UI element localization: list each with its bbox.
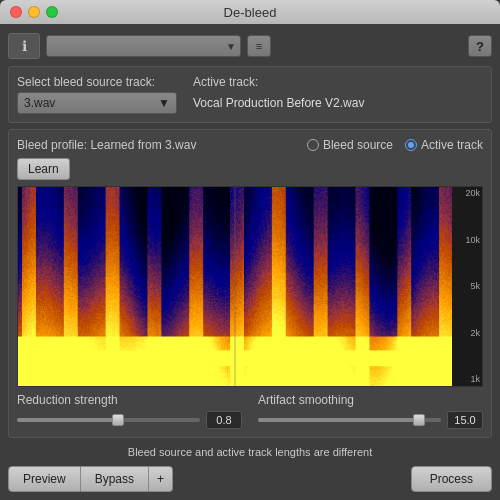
plugin-icon-button[interactable]: ℹ [8, 33, 40, 59]
dropdown-arrow-icon: ▼ [158, 96, 170, 110]
preset-dropdown[interactable]: ▼ [46, 35, 241, 57]
learn-row: Learn [17, 158, 483, 180]
artifact-smoothing-group: Artifact smoothing 15.0 [258, 393, 483, 429]
radio-circle-active [405, 139, 417, 151]
plugin-icon: ℹ [22, 38, 27, 54]
bottom-buttons-row: Preview Bypass + Process [8, 466, 492, 492]
reduction-strength-thumb[interactable] [112, 414, 124, 426]
freq-10k: 10k [456, 236, 480, 245]
reduction-strength-control: 0.8 [17, 411, 242, 429]
radio-group: Bleed source Active track [307, 138, 483, 152]
track-selection-panel: Select bleed source track: 3.wav ▼ Activ… [8, 66, 492, 123]
source-track-value: 3.wav [24, 96, 55, 110]
artifact-smoothing-thumb[interactable] [413, 414, 425, 426]
profile-header-row: Bleed profile: Learned from 3.wav Bleed … [17, 138, 483, 152]
bleed-source-group: Select bleed source track: 3.wav ▼ [17, 75, 177, 114]
bleed-source-label: Select bleed source track: [17, 75, 177, 89]
active-track-name: Vocal Production Before V2.wav [193, 92, 364, 110]
artifact-smoothing-track[interactable] [258, 418, 441, 422]
chevron-down-icon: ▼ [226, 41, 236, 52]
maximize-button[interactable] [46, 6, 58, 18]
freq-2k: 2k [456, 329, 480, 338]
reduction-strength-track[interactable] [17, 418, 200, 422]
radio-bleed-source[interactable]: Bleed source [307, 138, 393, 152]
active-track-label: Active track: [193, 75, 364, 89]
reduction-strength-value[interactable]: 0.8 [206, 411, 242, 429]
spectrogram-canvas [18, 187, 452, 386]
track-select-row: Select bleed source track: 3.wav ▼ Activ… [17, 75, 483, 114]
bypass-button[interactable]: Bypass [81, 466, 149, 492]
window-title: De-bleed [224, 5, 277, 20]
status-bar: Bleed source and active track lengths ar… [8, 444, 492, 460]
radio-active-track[interactable]: Active track [405, 138, 483, 152]
title-bar-buttons [10, 6, 58, 18]
preview-button[interactable]: Preview [8, 466, 81, 492]
process-button[interactable]: Process [411, 466, 492, 492]
toolbar-row: ℹ ▼ ≡ ? [8, 32, 492, 60]
sliders-row: Reduction strength 0.8 Artifact smoothin… [17, 393, 483, 429]
radio-active-label: Active track [421, 138, 483, 152]
main-container: ℹ ▼ ≡ ? Select bleed source track: 3.wav… [0, 24, 500, 500]
freq-5k: 5k [456, 282, 480, 291]
artifact-smoothing-fill [258, 418, 419, 422]
source-track-dropdown[interactable]: 3.wav ▼ [17, 92, 177, 114]
spectrogram-container: 20k 10k 5k 2k 1k [17, 186, 483, 387]
artifact-smoothing-label: Artifact smoothing [258, 393, 483, 407]
reduction-strength-group: Reduction strength 0.8 [17, 393, 242, 429]
minimize-button[interactable] [28, 6, 40, 18]
title-bar: De-bleed [0, 0, 500, 24]
freq-20k: 20k [456, 189, 480, 198]
reduction-strength-label: Reduction strength [17, 393, 242, 407]
freq-1k: 1k [456, 375, 480, 384]
add-button[interactable]: + [149, 466, 173, 492]
menu-button[interactable]: ≡ [247, 35, 271, 57]
help-button[interactable]: ? [468, 35, 492, 57]
artifact-smoothing-control: 15.0 [258, 411, 483, 429]
bleed-profile-panel: Bleed profile: Learned from 3.wav Bleed … [8, 129, 492, 438]
learn-button[interactable]: Learn [17, 158, 70, 180]
reduction-strength-fill [17, 418, 118, 422]
active-track-group: Active track: Vocal Production Before V2… [193, 75, 364, 110]
help-icon: ? [476, 39, 484, 54]
artifact-smoothing-value[interactable]: 15.0 [447, 411, 483, 429]
freq-labels: 20k 10k 5k 2k 1k [454, 187, 482, 386]
radio-circle-bleed [307, 139, 319, 151]
menu-icon: ≡ [256, 40, 262, 52]
radio-bleed-label: Bleed source [323, 138, 393, 152]
close-button[interactable] [10, 6, 22, 18]
bleed-profile-label: Bleed profile: Learned from 3.wav [17, 138, 196, 152]
